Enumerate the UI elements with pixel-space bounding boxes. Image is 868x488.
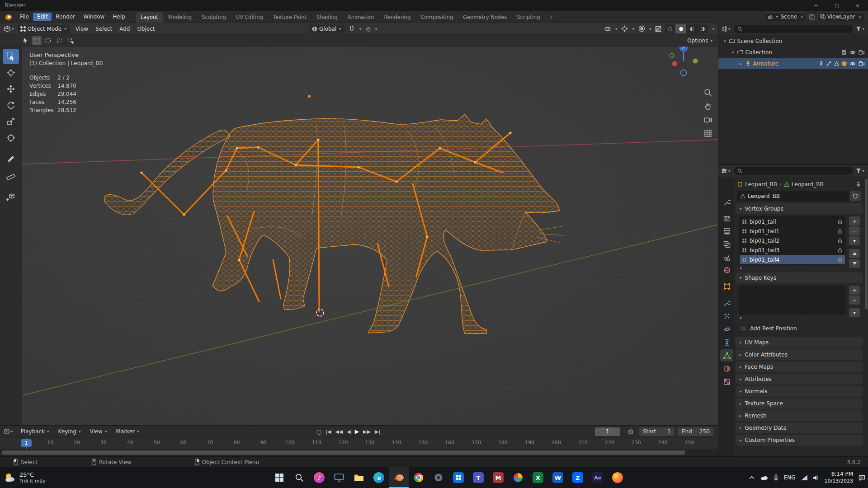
properties-panel-header[interactable]: ▸ Color Attributes bbox=[736, 349, 863, 360]
chevron-down-icon[interactable]: ▾ bbox=[712, 27, 714, 31]
tab-scene[interactable] bbox=[720, 251, 733, 263]
transform-orientation-dropdown[interactable]: Global ▾ bbox=[309, 25, 345, 33]
menu-item[interactable]: File bbox=[16, 13, 33, 21]
hide-eye-icon[interactable] bbox=[849, 50, 856, 55]
properties-panel-header[interactable]: ▸ UV Maps bbox=[736, 337, 863, 348]
mesh-child-icon[interactable] bbox=[834, 61, 839, 66]
close-button[interactable]: × bbox=[847, 0, 868, 11]
disable-render-camera-icon[interactable] bbox=[859, 61, 864, 66]
vertex-group-row[interactable]: bip01_tail4 bbox=[740, 255, 845, 264]
options-dropdown[interactable]: Options ▾ bbox=[687, 38, 713, 44]
tab-render[interactable] bbox=[720, 212, 733, 225]
chevron-down-icon[interactable]: ▾ bbox=[615, 27, 618, 31]
rotate-tool[interactable] bbox=[3, 98, 19, 113]
jump-to-start-button[interactable]: |◀ bbox=[326, 429, 331, 435]
filter-icon[interactable] bbox=[856, 168, 861, 174]
tab-modifiers[interactable] bbox=[720, 297, 733, 309]
list-resize-grip[interactable]: :::::::: bbox=[743, 266, 861, 270]
list-filter-expand-icon[interactable]: ▸ bbox=[740, 315, 742, 320]
chevron-down-icon[interactable]: ▾ bbox=[862, 27, 864, 31]
weather-widget[interactable]: 25°C Trời it mây bbox=[4, 471, 46, 484]
taskbar-app-photos[interactable] bbox=[508, 467, 528, 488]
chevron-right-icon[interactable]: ▸ bbox=[740, 61, 742, 66]
remove-shape-key-button[interactable]: − bbox=[849, 296, 860, 305]
jump-to-end-button[interactable]: ▶| bbox=[375, 429, 380, 435]
shape-keys-panel-header[interactable]: ▾ Shape Keys bbox=[736, 272, 863, 283]
properties-search-input[interactable] bbox=[734, 167, 854, 175]
workspace-tab[interactable]: Compositing bbox=[415, 12, 458, 23]
viewport-menu-item[interactable]: View bbox=[72, 25, 92, 33]
list-resize-grip[interactable]: :::::::: bbox=[743, 316, 861, 320]
hide-eye-icon[interactable] bbox=[849, 61, 856, 66]
scene-selector[interactable]: ▾ Scene × bbox=[765, 12, 807, 21]
timeline-ruler[interactable]: 1020304050607080901001101201301401501601… bbox=[0, 437, 718, 449]
breadcrumb-data[interactable]: Leopard_BB bbox=[792, 181, 824, 188]
shape-keys-listbox[interactable] bbox=[739, 286, 845, 314]
editor-type-icon[interactable] bbox=[4, 25, 11, 33]
tab-constraints[interactable] bbox=[720, 336, 733, 348]
disable-render-camera-icon[interactable] bbox=[859, 50, 864, 55]
shading-wireframe-button[interactable]: ○ bbox=[665, 24, 675, 33]
tab-object-data[interactable] bbox=[720, 349, 733, 361]
taskbar-app-excel[interactable]: X bbox=[528, 467, 548, 488]
move-group-down-button[interactable] bbox=[849, 259, 860, 268]
move-group-up-button[interactable] bbox=[849, 249, 860, 258]
current-frame-field[interactable]: 1 bbox=[595, 427, 620, 436]
outliner-row-armature[interactable]: ▸ Armature bbox=[718, 58, 868, 69]
snap-magnet-icon[interactable] bbox=[349, 26, 355, 32]
chevron-down-icon[interactable]: ▾ bbox=[11, 429, 13, 434]
chevron-down-icon[interactable]: ▾ bbox=[12, 27, 14, 31]
pan-hand-icon[interactable] bbox=[703, 102, 712, 111]
chevron-down-icon[interactable]: ▾ bbox=[732, 50, 734, 55]
chevron-down-icon[interactable]: ▾ bbox=[724, 39, 726, 43]
workspace-tab[interactable]: Shading bbox=[311, 12, 343, 23]
tab-material[interactable] bbox=[720, 362, 733, 375]
ortho-grid-icon[interactable] bbox=[703, 129, 712, 138]
blender-logo-icon[interactable] bbox=[4, 14, 12, 20]
vertex-group-row[interactable]: bip01_tail bbox=[740, 217, 845, 226]
outliner-row-scene-collection[interactable]: ▾ Scene Collection bbox=[718, 35, 868, 47]
taskbar-app-word[interactable]: W bbox=[548, 467, 568, 488]
microphone-icon[interactable] bbox=[774, 474, 778, 481]
viewport-menu-item[interactable]: Add bbox=[116, 25, 133, 33]
workspace-tab[interactable]: UV Editing bbox=[231, 12, 268, 23]
lock-icon[interactable] bbox=[838, 229, 842, 234]
workspace-tab[interactable]: Layout bbox=[136, 12, 163, 23]
taskbar-app-edge[interactable]: e bbox=[369, 467, 389, 488]
current-frame-badge[interactable]: 1 bbox=[21, 439, 32, 447]
taskbar-app-music[interactable]: ♪ bbox=[309, 467, 329, 488]
workspace-tab[interactable]: Scripting bbox=[512, 12, 545, 23]
timeline-menu-item[interactable]: Marker▾ bbox=[112, 428, 144, 435]
transform-tool[interactable] bbox=[3, 130, 19, 145]
gizmo-z-neg-axis[interactable] bbox=[681, 70, 687, 76]
annotate-tool[interactable] bbox=[3, 151, 19, 167]
timeline-menu-item[interactable]: Keying▾ bbox=[54, 428, 86, 435]
workspace-tab[interactable]: Modeling bbox=[163, 12, 197, 23]
viewport-menu-item[interactable]: Object bbox=[133, 25, 158, 33]
bone-data-icon[interactable] bbox=[826, 61, 831, 66]
add-vertex-group-button[interactable]: ＋ bbox=[849, 216, 860, 225]
overlays-toggle-icon[interactable] bbox=[638, 25, 645, 32]
taskbar-app-teams[interactable]: T bbox=[468, 467, 488, 488]
lock-icon[interactable] bbox=[838, 248, 842, 253]
taskbar-app-blender[interactable] bbox=[389, 467, 409, 488]
shading-rendered-button[interactable]: ◑ bbox=[697, 24, 708, 33]
menu-item[interactable]: Render bbox=[52, 13, 79, 21]
gizmo-y-axis[interactable] bbox=[693, 59, 698, 64]
properties-panel-header[interactable]: ▸ Texture Space bbox=[736, 398, 863, 409]
language-indicator[interactable]: ENG bbox=[784, 474, 796, 481]
add-rest-position-checkbox[interactable] bbox=[740, 325, 746, 332]
taskbar-app-store[interactable] bbox=[448, 467, 468, 488]
viewport-menu-item[interactable]: Select bbox=[92, 25, 116, 33]
fake-user-shield-button[interactable] bbox=[850, 191, 861, 201]
copy-scene-icon[interactable] bbox=[809, 14, 815, 20]
workspace-tab[interactable]: Rendering bbox=[379, 12, 415, 23]
timeline-menu-item[interactable]: Playback▾ bbox=[17, 428, 54, 435]
tab-particles[interactable] bbox=[720, 310, 733, 322]
add-workspace-button[interactable]: + bbox=[545, 14, 557, 20]
vertex-group-row[interactable]: bip01_tail3 bbox=[740, 245, 845, 255]
taskbar-app-display[interactable] bbox=[329, 467, 349, 488]
tab-output[interactable] bbox=[720, 225, 733, 237]
workspace-tab[interactable]: Animation bbox=[343, 12, 379, 23]
taskbar-app-settings[interactable] bbox=[429, 467, 448, 488]
